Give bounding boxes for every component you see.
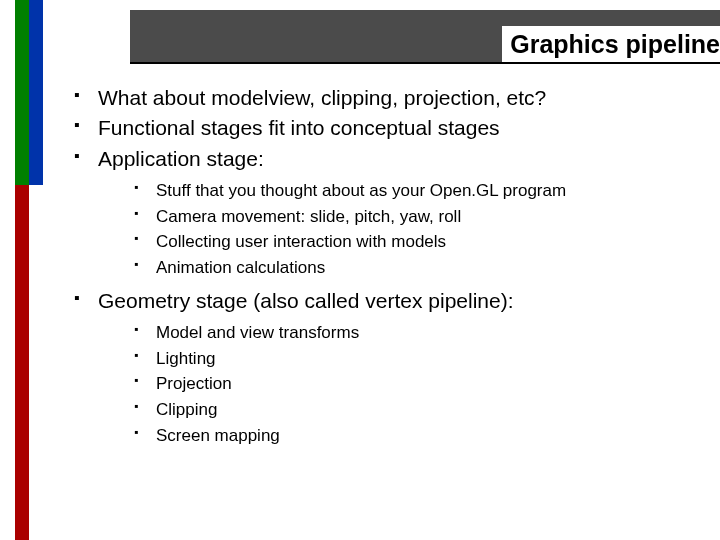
bullet-text: Functional stages fit into conceptual st… bbox=[98, 116, 500, 139]
bullet-text: Projection bbox=[156, 374, 232, 393]
sub-bullet-item: Screen mapping bbox=[98, 424, 700, 449]
bullet-text: Application stage: bbox=[98, 147, 264, 170]
stripe-blue bbox=[29, 0, 43, 185]
bullet-text: Collecting user interaction with models bbox=[156, 232, 446, 251]
bullet-item: Application stage: Stuff that you though… bbox=[70, 145, 700, 281]
title-underline bbox=[130, 62, 720, 64]
bullet-text: Model and view transforms bbox=[156, 323, 359, 342]
sub-bullet-item: Projection bbox=[98, 372, 700, 397]
title-bar: Graphics pipeline bbox=[130, 10, 720, 62]
sub-bullet-item: Lighting bbox=[98, 347, 700, 372]
stripe-white bbox=[29, 185, 43, 540]
slide-title: Graphics pipeline bbox=[502, 26, 720, 62]
sub-bullet-item: Camera movement: slide, pitch, yaw, roll bbox=[98, 205, 700, 230]
bullet-text: What about modelview, clipping, projecti… bbox=[98, 86, 546, 109]
side-stripe-container bbox=[0, 0, 50, 540]
bullet-text: Lighting bbox=[156, 349, 216, 368]
bullet-item: Geometry stage (also called vertex pipel… bbox=[70, 287, 700, 449]
bullet-text: Clipping bbox=[156, 400, 217, 419]
bullet-item: Functional stages fit into conceptual st… bbox=[70, 114, 700, 142]
sub-bullet-item: Model and view transforms bbox=[98, 321, 700, 346]
sub-bullet-item: Animation calculations bbox=[98, 256, 700, 281]
bullet-list-level1: What about modelview, clipping, projecti… bbox=[70, 84, 700, 448]
sub-bullet-item: Stuff that you thought about as your Ope… bbox=[98, 179, 700, 204]
sub-bullet-item: Clipping bbox=[98, 398, 700, 423]
bullet-text: Geometry stage (also called vertex pipel… bbox=[98, 289, 514, 312]
bullet-list-level2: Model and view transforms Lighting Proje… bbox=[98, 321, 700, 448]
bullet-text: Camera movement: slide, pitch, yaw, roll bbox=[156, 207, 461, 226]
bullet-item: What about modelview, clipping, projecti… bbox=[70, 84, 700, 112]
bullet-list-level2: Stuff that you thought about as your Ope… bbox=[98, 179, 700, 281]
sub-bullet-item: Collecting user interaction with models bbox=[98, 230, 700, 255]
stripe-green bbox=[15, 0, 29, 185]
bullet-text: Screen mapping bbox=[156, 426, 280, 445]
bullet-text: Stuff that you thought about as your Ope… bbox=[156, 181, 566, 200]
stripe-red bbox=[15, 185, 29, 540]
bullet-text: Animation calculations bbox=[156, 258, 325, 277]
slide-content: What about modelview, clipping, projecti… bbox=[70, 84, 700, 454]
